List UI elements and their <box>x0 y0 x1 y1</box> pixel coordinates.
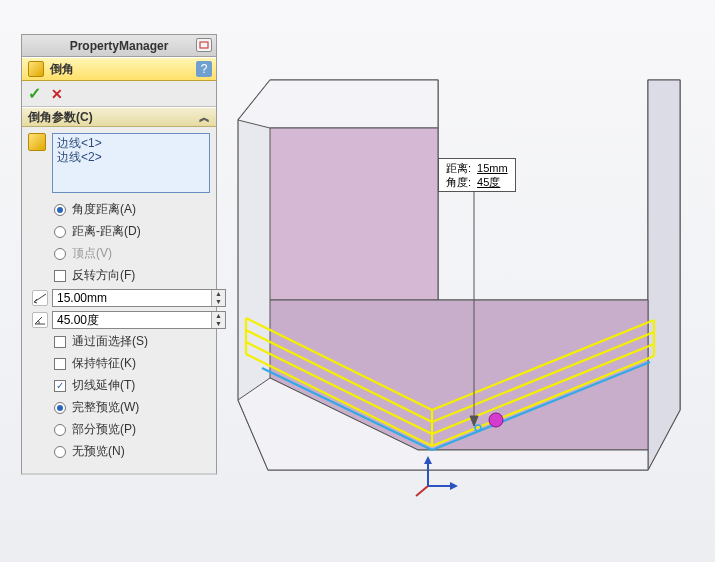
feature-title: 倒角 <box>50 61 74 78</box>
svg-marker-2 <box>648 80 680 470</box>
svg-marker-25 <box>424 456 432 464</box>
list-item[interactable]: 边线<1> <box>57 136 205 150</box>
checkbox-icon <box>54 358 66 370</box>
list-item[interactable]: 边线<2> <box>57 150 205 164</box>
help-button[interactable]: ? <box>196 61 212 77</box>
chamfer-callout[interactable]: 距离: 15mm 角度: 45度 <box>438 158 516 192</box>
cancel-button[interactable]: ✕ <box>51 86 63 102</box>
distance-input[interactable]: ▲▼ <box>52 289 226 307</box>
spinner-buttons[interactable]: ▲▼ <box>211 290 225 306</box>
pm-title: PropertyManager <box>70 39 169 53</box>
svg-marker-27 <box>450 482 458 490</box>
callout-angle-label: 角度: <box>443 175 474 189</box>
svg-line-28 <box>416 486 428 496</box>
pin-icon[interactable] <box>196 38 212 52</box>
viewport[interactable]: 距离: 15mm 角度: 45度 PropertyManager 倒角 ? <box>0 0 715 562</box>
section-title: 倒角参数(C) <box>28 109 93 126</box>
distance-field[interactable] <box>53 290 211 306</box>
radio-icon <box>54 446 66 458</box>
checkbox-icon: ✓ <box>54 380 66 392</box>
chamfer-feature-icon <box>28 61 44 77</box>
feature-title-bar: 倒角 ? <box>22 57 216 81</box>
callout-distance-value[interactable]: 15mm <box>474 161 511 175</box>
svg-marker-1 <box>238 80 438 128</box>
radio-no-preview[interactable]: 无预览(N) <box>54 443 210 460</box>
angle-icon <box>32 312 48 328</box>
chevron-up-icon: ︽ <box>199 110 210 125</box>
origin-triad[interactable] <box>416 456 458 498</box>
callout-angle-value[interactable]: 45度 <box>474 175 511 189</box>
radio-full-preview[interactable]: 完整预览(W) <box>54 399 210 416</box>
checkbox-icon <box>54 336 66 348</box>
check-keep-feature[interactable]: 保持特征(K) <box>54 355 210 372</box>
property-manager-panel: PropertyManager 倒角 ? ✓ ✕ 倒角参数(C) ︽ 边线<1>… <box>21 34 217 475</box>
angle-input[interactable]: ▲▼ <box>52 311 226 329</box>
check-tangent-ext[interactable]: ✓ 切线延伸(T) <box>54 377 210 394</box>
radio-distance-distance[interactable]: 距离-距离(D) <box>54 223 210 240</box>
checkbox-icon <box>54 270 66 282</box>
callout-distance-label: 距离: <box>443 161 474 175</box>
radio-icon <box>54 402 66 414</box>
radio-partial-preview[interactable]: 部分预览(P) <box>54 421 210 438</box>
radio-angle-distance[interactable]: 角度距离(A) <box>54 201 210 218</box>
check-face-select[interactable]: 通过面选择(S) <box>54 333 210 350</box>
edge-selection-list[interactable]: 边线<1> 边线<2> <box>52 133 210 193</box>
radio-icon <box>54 226 66 238</box>
pm-titlebar: PropertyManager <box>22 35 216 57</box>
edge-selection-icon <box>28 133 46 151</box>
svg-point-22 <box>489 413 503 427</box>
confirm-bar: ✓ ✕ <box>22 81 216 107</box>
svg-marker-3 <box>270 128 438 300</box>
angle-field[interactable] <box>53 312 211 328</box>
ok-button[interactable]: ✓ <box>28 84 41 103</box>
radio-vertex[interactable]: 顶点(V) <box>54 245 210 262</box>
radio-icon <box>54 204 66 216</box>
spinner-buttons[interactable]: ▲▼ <box>211 312 225 328</box>
section-header[interactable]: 倒角参数(C) ︽ <box>22 107 216 127</box>
check-reverse[interactable]: 反转方向(F) <box>54 267 210 284</box>
svg-rect-29 <box>200 42 208 48</box>
radio-icon <box>54 248 66 260</box>
section-body: 边线<1> 边线<2> 角度距离(A) 距离-距离(D) 顶点(V) 反转方向(… <box>22 127 216 473</box>
distance-icon <box>32 290 48 306</box>
radio-icon <box>54 424 66 436</box>
